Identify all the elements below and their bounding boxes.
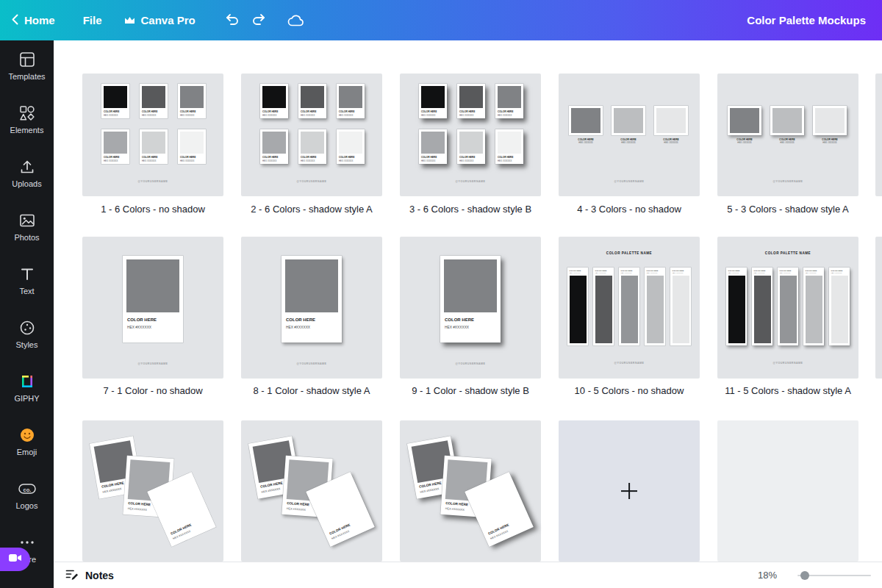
page-thumbnail[interactable]: COLOR HERE HEX #XXXXXX COLOR HERE HEX #X… — [241, 74, 382, 196]
swatch-card: COLOR HERE HEX #XXXXXX — [101, 84, 129, 118]
swatch-card: COLOR HERE HEX #XXXXXX — [419, 84, 447, 118]
sidebar-item-photos[interactable]: Photos — [0, 207, 54, 261]
swatch-label: COLOR HERE — [498, 156, 513, 159]
swatch-hex: HEX #XXXXXX — [286, 326, 310, 329]
swatch-hex: HEX #XXXXXX — [102, 487, 121, 493]
page-thumbnail[interactable]: COLOR HERE HEX #XXXXXX COLOR HERE HEX #X… — [241, 420, 382, 562]
redo-button[interactable] — [251, 12, 266, 28]
sidebar-item-logos[interactable]: co. Logos — [0, 476, 54, 529]
swatch-card — [612, 106, 645, 135]
swatch-hex: HEX #XXXXXX — [287, 507, 306, 512]
sidebar-label: Text — [19, 287, 34, 295]
swatch-color — [459, 86, 483, 108]
sidebar-item-styles[interactable]: Styles — [0, 315, 54, 368]
swatch-label: COLOR HERE — [301, 110, 316, 113]
swatch-card — [813, 106, 847, 135]
zoom-handle[interactable] — [800, 571, 809, 580]
swatch-card: COLOR HERE HEX #XXXXXX — [298, 84, 326, 118]
page-thumbnail-partial[interactable] — [875, 237, 882, 379]
swatch-hex: HEX #XXXXXX — [142, 159, 156, 162]
text-icon — [18, 265, 36, 283]
swatch-label: COLOR HERE — [262, 156, 278, 159]
notes-button[interactable]: Notes — [65, 567, 114, 584]
swatch-color — [142, 86, 165, 108]
page-thumbnail[interactable]: COLOR HERE HEX #XXXXXX@YOURUSERNAME — [400, 237, 541, 379]
swatch-hex: HEX #XXXXXX — [421, 159, 435, 162]
page-thumbnail[interactable]: COLOR HEREHEX #XXXXXX COLOR HEREHEX #XXX… — [559, 74, 700, 196]
home-button[interactable]: Home — [12, 14, 55, 27]
swatch-card: COLOR HERE HEX #XXXXXX — [440, 256, 501, 343]
swatch-card: COLOR HERE HEX #XXXXXX — [178, 129, 206, 164]
swatch-card: COLOR HERE HEX #XXXXXX — [101, 129, 129, 164]
page-caption: 5 - 3 Colors - shadow style A — [717, 204, 858, 215]
sidebar-label: Emoji — [17, 448, 37, 456]
bottombar: Notes 18% — [54, 562, 882, 588]
page-thumbnail[interactable]: COLOR HERE HEX #XXXXXX COLOR HERE HEX #X… — [82, 74, 223, 196]
crown-icon — [124, 14, 135, 26]
swatch-strip: COLOR HERE HEX #XXXXXX — [567, 268, 588, 345]
notes-icon — [65, 567, 79, 584]
swatch-hex: HEX #XXXXXX — [459, 114, 473, 117]
sidebar-item-emoji[interactable]: Emoji — [0, 422, 54, 476]
swatch-color — [831, 276, 848, 343]
username-text: @YOURUSERNAME — [400, 362, 541, 365]
canva-pro-button[interactable]: Canva Pro — [124, 14, 196, 26]
swatch-hex: HEX #XXXXXX — [421, 114, 435, 117]
swatch-hex: HEX #XXXXXX — [459, 159, 473, 162]
swatch-color — [339, 86, 362, 108]
swatch-card: COLOR HERE HEX #XXXXXX — [260, 84, 288, 118]
swatch-label: COLOR HERE — [142, 156, 157, 159]
sidebar-label: Logos — [16, 501, 38, 510]
sidebar-label: Elements — [10, 126, 44, 135]
swatch-color — [806, 276, 822, 343]
sidebar-item-uploads[interactable]: Uploads — [0, 154, 54, 207]
page-thumbnail[interactable]: COLOR HERE HEX #XXXXXX COLOR HERE HEX #X… — [400, 74, 541, 196]
page-thumbnail-partial[interactable] — [875, 74, 882, 196]
undo-button[interactable] — [225, 12, 240, 28]
sidebar-item-text[interactable]: Text — [0, 261, 54, 315]
swatch-hex: HEX #XXXXXX — [301, 159, 315, 162]
page-thumbnail[interactable]: COLOR HERE HEX #XXXXXX@YOURUSERNAME — [241, 237, 382, 379]
document-title[interactable]: Color Palette Mockups — [747, 14, 866, 26]
swatch-hex: HEX #XXXXXX — [806, 272, 817, 273]
zoom-slider[interactable] — [797, 570, 871, 581]
swatch-label: COLOR HEREHEX #XXXXXX — [569, 138, 603, 144]
page-caption: 9 - 1 Color - shadow style B — [400, 385, 541, 396]
swatch-color — [647, 276, 664, 343]
swatch-color — [180, 86, 204, 108]
file-button[interactable]: File — [83, 14, 102, 26]
swatch-hex: HEX #XXXXXX — [780, 272, 791, 273]
page-thumbnail[interactable]: COLOR PALETTE NAME COLOR HERE HEX #XXXXX… — [559, 237, 700, 379]
sidebar-label: Uploads — [12, 179, 41, 188]
swatch-hex: HEX #XXXXXX — [754, 272, 765, 273]
swatch-card: COLOR HERE HEX #XXXXXX — [178, 84, 206, 118]
swatch-color — [180, 132, 204, 154]
swatch-hex: HEX #XXXXXX — [262, 114, 276, 117]
swatch-color — [614, 108, 643, 133]
swatch-label: COLOR HERE — [286, 318, 315, 322]
record-button[interactable] — [0, 548, 30, 571]
sidebar-item-elements[interactable]: Elements — [0, 100, 54, 154]
page-thumbnail[interactable]: COLOR HERE HEX #XXXXXX COLOR HERE HEX #X… — [400, 420, 541, 562]
page-caption: 2 - 6 Colors - shadow style A — [241, 204, 382, 215]
swatch-color — [470, 477, 524, 531]
swatch-card: COLOR HERE HEX #XXXXXX — [495, 129, 523, 164]
cloud-save-status-icon — [287, 13, 306, 28]
swatch-color — [311, 477, 365, 531]
page-thumbnail[interactable]: COLOR PALETTE NAME COLOR HERE HEX #XXXXX… — [717, 237, 858, 379]
swatch-color — [301, 86, 324, 108]
page-caption: 4 - 3 Colors - no shadow — [559, 204, 700, 215]
page-thumbnail[interactable]: COLOR HEREHEX #XXXXXX COLOR HEREHEX #XXX… — [717, 74, 858, 196]
swatch-label: COLOR HERE — [180, 156, 196, 159]
swatch-label: COLOR HEREHEX #XXXXXX — [654, 138, 688, 144]
sidebar-item-templates[interactable]: Templates — [0, 46, 54, 100]
swatch-hex: HEX #XXXXXX — [570, 272, 581, 273]
page-thumbnail[interactable]: COLOR HERE HEX #XXXXXX@YOURUSERNAME — [82, 237, 223, 379]
swatch-color — [301, 132, 324, 154]
sidebar-item-giphy[interactable]: GIPHY — [0, 368, 54, 422]
empty-page-card[interactable] — [717, 420, 858, 562]
add-page-card[interactable] — [559, 420, 700, 562]
swatch-label: COLOR HERE — [262, 110, 278, 113]
page-thumbnail[interactable]: COLOR HERE HEX #XXXXXX COLOR HERE HEX #X… — [82, 420, 223, 562]
swatch-hex: HEX #XXXXXX — [647, 272, 658, 273]
